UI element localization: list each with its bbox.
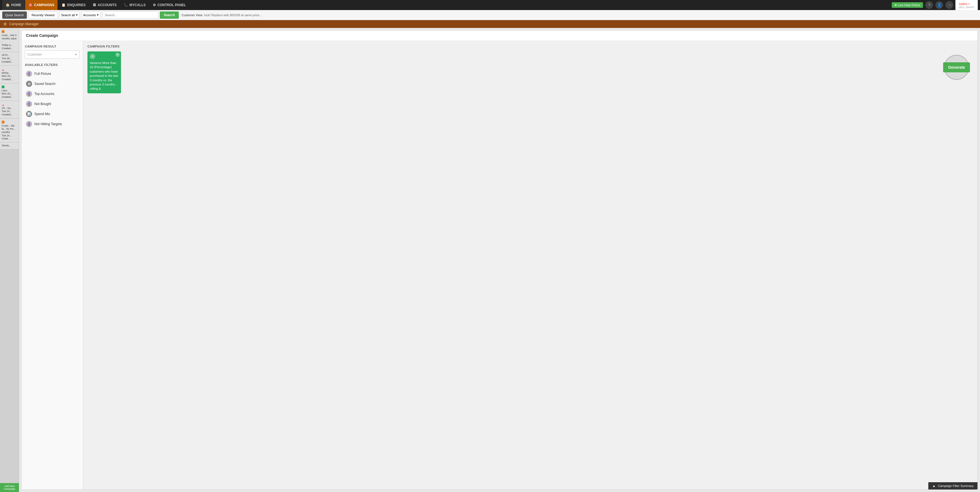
modal-title: Create Campaign <box>26 33 58 38</box>
sidebar-campaign-7[interactable]: Shrink... <box>0 142 19 150</box>
sidebar-campaign-6[interactable]: Custo... the la... by mo... months Tue 1… <box>0 118 19 142</box>
top-navigation: 🏠 HOME 🎯 CAMPAIGNS 📋 ENQUIRIES 🏛 ACCOUNT… <box>0 0 980 10</box>
create-campaign-modal: Create Campaign CAMPAIGN RESULT Customer… <box>21 30 978 490</box>
accounts-chevron: ▾ <box>97 13 99 17</box>
accounts-dropdown[interactable]: Accounts ▾ <box>81 11 100 19</box>
accounts-icon: 🏛 <box>93 3 96 7</box>
logo-text: sales-i <box>959 2 969 6</box>
live-status-dot <box>894 4 897 6</box>
dropdown-chevron: ▾ <box>75 53 77 56</box>
campaign-icon-orange <box>2 30 5 33</box>
campaign-result-value: Customer <box>27 53 42 56</box>
top-nav-right: Live Help Online ? 👤 → sales-i SELL SMAR… <box>892 0 978 10</box>
sidebar-campaign-1[interactable]: custo... last 3 months value - Today a..… <box>0 28 19 52</box>
modal-header: Create Campaign <box>22 30 977 41</box>
filter-spend-mix-label: Spend Mix <box>34 112 50 116</box>
left-sidebar: custo... last 3 months value - Today a..… <box>0 28 19 492</box>
filter-saved-search-label: Saved Search <box>34 82 55 86</box>
forward-button[interactable]: → <box>945 1 953 9</box>
profile-button[interactable]: 👤 <box>935 1 943 9</box>
nav-controlpanel[interactable]: ⚙ CONTROL PANEL <box>150 0 189 10</box>
logo-area: sales-i SELL SMART <box>955 0 978 10</box>
campaign-result-dropdown[interactable]: Customer ▾ <box>25 50 80 59</box>
search-bar: Quick Search Recently Viewed Search all … <box>0 10 980 20</box>
search-all-chevron: ▾ <box>76 13 78 17</box>
nav-enquiries[interactable]: 📋 ENQUIRIES <box>58 0 89 10</box>
modal-body: CAMPAIGN RESULT Customer ▾ AVAILABLE FIL… <box>22 41 977 489</box>
filter-full-picture-label: Full Picture <box>34 72 51 76</box>
campaign-icon-triangle-2: ▲ <box>2 103 5 107</box>
not-bought-icon: 🔮 <box>26 101 32 107</box>
sidebar-campaign-2[interactable]: All Pr... Tue 28... Created... <box>0 52 19 65</box>
ticker-text: tock! Replace with 800339 at same price.… <box>204 13 262 17</box>
home-icon: 🏠 <box>6 3 10 7</box>
left-panel: CAMPAIGN RESULT Customer ▾ AVAILABLE FIL… <box>22 41 83 489</box>
campaign-icon-green <box>2 86 5 88</box>
search-go-button[interactable]: Search <box>160 11 179 19</box>
sidebar-campaign-text-1: custo... last 3 months value - <box>2 34 17 44</box>
filter-top-accounts[interactable]: 🔮 Top Accounts <box>25 89 80 99</box>
campaign-manager-bar: ⚙ Campaign Manager <box>0 20 980 28</box>
filter-spend-mix[interactable]: 📊 Spend Mix <box>25 109 80 119</box>
filter-top-accounts-label: Top Accounts <box>34 92 54 96</box>
nav-campaigns[interactable]: 🎯 CAMPAIGNS <box>25 0 57 10</box>
full-picture-icon: 🔮 <box>26 71 32 77</box>
add-new-campaign-button[interactable]: Add New Campaign <box>0 483 19 492</box>
generate-area: Generate <box>944 55 969 80</box>
filter-full-picture[interactable]: 🔮 Full Picture <box>25 69 80 79</box>
campaign-icon-orange-2 <box>2 121 5 124</box>
campaign-manager-label: Campaign Manager <box>9 22 38 26</box>
help-button[interactable]: ? <box>925 1 933 9</box>
generate-button[interactable]: Generate <box>943 62 970 72</box>
campaign-manager-icon: ⚙ <box>3 22 7 26</box>
quick-search-button[interactable]: Quick Search <box>2 11 27 19</box>
filter-card-close-button[interactable]: ✕ <box>115 53 120 57</box>
available-filters-title: AVAILABLE FILTERS <box>25 63 80 67</box>
campaign-filter-summary[interactable]: ▲ Campaign Filter Summary <box>928 482 977 489</box>
spend-mix-icon: 📊 <box>26 111 32 117</box>
logo-tagline: SELL SMART <box>959 6 974 9</box>
filter-card-icon: ≡ <box>90 54 95 59</box>
recently-viewed-button[interactable]: Recently Viewed <box>29 11 57 19</box>
filter-saved-search[interactable]: 🏛 Saved Search <box>25 79 80 89</box>
top-accounts-icon: 🔮 <box>26 91 32 97</box>
filter-card-variance[interactable]: ≡ ✕ Variance More than 10 (Percentage) c… <box>88 51 121 93</box>
summary-expand-icon: ▲ <box>932 484 935 488</box>
customer-view-label: Customer View <box>181 13 202 17</box>
filter-not-hitting-targets-label: Not Hitting Targets <box>34 122 62 126</box>
filter-not-bought-label: Not Bought <box>34 102 51 106</box>
campaign-result-title: CAMPAIGN RESULT <box>25 45 80 48</box>
live-help-button[interactable]: Live Help Online <box>892 2 923 8</box>
filter-not-bought[interactable]: 🔮 Not Bought <box>25 99 80 109</box>
campaign-filters-title: CAMPAIGN FILTERS <box>88 45 973 48</box>
filter-not-hitting-targets[interactable]: 🔮 Not Hitting Targets <box>25 119 80 129</box>
saved-search-icon: 🏛 <box>26 81 32 87</box>
enquiries-icon: 📋 <box>62 3 66 7</box>
filter-card-text: Variance More than 10 (Percentage) custo… <box>90 61 119 91</box>
search-all-dropdown[interactable]: Search all ▾ <box>59 11 80 19</box>
mycalls-icon: 📞 <box>124 3 128 7</box>
campaigns-icon: 🎯 <box>29 3 33 7</box>
campaign-filter-summary-label: Campaign Filter Summary <box>938 484 974 487</box>
sidebar-campaign-3[interactable]: ▲ Micha... Mon 20... Created... <box>0 66 19 83</box>
campaign-icon-triangle-red: ▲ <box>2 68 5 71</box>
right-panel: CAMPAIGN FILTERS ≡ ✕ Variance More than … <box>83 41 977 489</box>
not-hitting-targets-icon: 🔮 <box>26 121 32 127</box>
generate-circle: Generate <box>944 55 969 80</box>
nav-mycalls[interactable]: 📞 MYCALLS <box>120 0 149 10</box>
main-layout: custo... last 3 months value - Today a..… <box>0 28 980 492</box>
search-input[interactable] <box>102 11 158 19</box>
sidebar-campaign-4[interactable]: j turn Mon 20... Created... <box>0 83 19 101</box>
sidebar-campaign-5[interactable]: ▲ VS - Sa... Tue 14... Created... <box>0 101 19 118</box>
nav-accounts[interactable]: 🏛 ACCOUNTS <box>89 0 120 10</box>
nav-home[interactable]: 🏠 HOME <box>2 0 25 10</box>
controlpanel-icon: ⚙ <box>153 3 156 7</box>
